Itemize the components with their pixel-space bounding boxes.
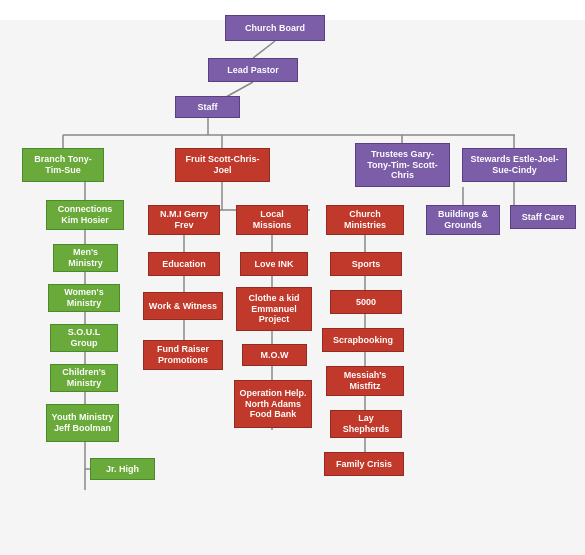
fund-raiser-box: Fund Raiser Promotions <box>143 340 223 370</box>
mens-ministry-box: Men's Ministry <box>53 244 118 272</box>
operation-help-box: Operation Help. North Adams Food Bank <box>234 380 312 428</box>
five-thousand-box: 5000 <box>330 290 402 314</box>
messiahs-box: Messiah's Mistfitz <box>326 366 404 396</box>
love-ink-box: Love INK <box>240 252 308 276</box>
staff-box: Staff <box>175 96 240 118</box>
buildings-grounds-box: Buildings & Grounds <box>426 205 500 235</box>
nmi-box: N.M.I Gerry Frev <box>148 205 220 235</box>
staff-care-box: Staff Care <box>510 205 576 229</box>
scrapbooking-box: Scrapbooking <box>322 328 404 352</box>
stewards-box: Stewards Estle-Joel-Sue-Cindy <box>462 148 567 182</box>
family-crisis-box: Family Crisis <box>324 452 404 476</box>
church-board-box: Church Board <box>225 15 325 41</box>
church-ministries-box: Church Ministries <box>326 205 404 235</box>
org-chart: Church BoardLead PastorStaffBranch Tony-… <box>0 0 585 20</box>
lead-pastor-box: Lead Pastor <box>208 58 298 82</box>
branch-box: Branch Tony-Tim-Sue <box>22 148 104 182</box>
childrens-ministry-box: Children's Ministry <box>50 364 118 392</box>
sports-box: Sports <box>330 252 402 276</box>
clothe-kid-box: Clothe a kid Emmanuel Project <box>236 287 312 331</box>
connections-box: Connections Kim Hosier <box>46 200 124 230</box>
lay-shepherds-box: Lay Shepherds <box>330 410 402 438</box>
work-witness-box: Work & Witness <box>143 292 223 320</box>
soul-group-box: S.O.U.L Group <box>50 324 118 352</box>
svg-line-0 <box>253 41 275 58</box>
youth-ministry-box: Youth Ministry Jeff Boolman <box>46 404 119 442</box>
womens-ministry-box: Women's Ministry <box>48 284 120 312</box>
fruit-box: Fruit Scott-Chris-Joel <box>175 148 270 182</box>
connector-lines <box>0 0 585 555</box>
mow-box: M.O.W <box>242 344 307 366</box>
trustees-box: Trustees Gary-Tony-Tim- Scott-Chris <box>355 143 450 187</box>
local-missions-box: Local Missions <box>236 205 308 235</box>
jr-high-box: Jr. High <box>90 458 155 480</box>
education-box: Education <box>148 252 220 276</box>
